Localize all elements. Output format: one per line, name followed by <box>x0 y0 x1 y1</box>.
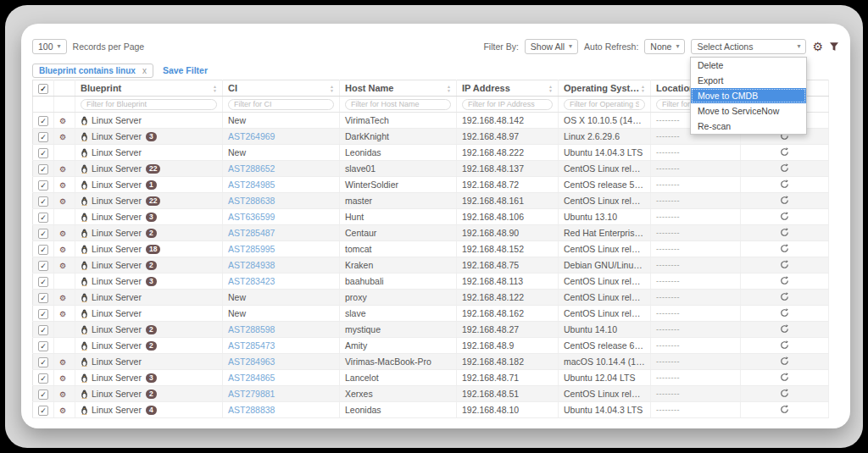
ip-address: 192.168.48.113 <box>457 273 559 290</box>
ci-link[interactable]: AST285473 <box>228 340 275 351</box>
table-row[interactable]: ⚙ Linux Server1 AST284985 WinterSoldier … <box>33 177 829 193</box>
menu-item-move-to-cmdb[interactable]: Move to CMDB <box>691 88 806 103</box>
column-header-operating-system[interactable]: Operating System <box>559 80 651 97</box>
table-row[interactable]: ⚙ Linux Server2 AST284938 Kraken 192.168… <box>33 257 829 273</box>
ci-link[interactable]: AST284865 <box>228 373 275 383</box>
menu-item-export[interactable]: Export <box>691 73 806 88</box>
rescan-icon[interactable] <box>780 147 789 157</box>
row-checkbox[interactable] <box>38 389 48 400</box>
rescan-icon[interactable] <box>780 228 789 237</box>
table-row[interactable]: ⚙ Linux Server2 AST285473 Amity 192.168.… <box>33 338 829 354</box>
table-row[interactable]: ⚙ Linux Server New slave 192.168.48.162 … <box>33 306 829 322</box>
filter-icon[interactable] <box>829 41 839 52</box>
row-checkbox[interactable] <box>38 164 48 174</box>
filter-input-host-name[interactable] <box>345 99 451 110</box>
table-row[interactable]: ⚙ Linux Server4 AST288838 Leonidas 192.1… <box>33 402 829 418</box>
row-checkbox[interactable] <box>38 373 48 384</box>
column-header-ip-address[interactable]: IP Address <box>457 80 559 97</box>
filter-input-ci[interactable] <box>228 99 334 110</box>
column-header-blueprint[interactable]: Blueprint <box>75 80 223 97</box>
rescan-icon[interactable] <box>780 163 789 173</box>
table-row[interactable]: ⚙ Linux Server New Leonidas 192.168.48.2… <box>33 145 829 161</box>
filter-input-operating-system[interactable] <box>564 99 645 110</box>
table-row[interactable]: ⚙ Linux Server2 AST279881 Xerxes 192.168… <box>33 386 829 402</box>
ci-link[interactable]: AST288652 <box>228 163 275 174</box>
row-checkbox[interactable] <box>38 325 48 335</box>
sort-icon[interactable] <box>213 85 217 93</box>
rescan-icon[interactable] <box>780 373 789 382</box>
save-filter-link[interactable]: Save Filter <box>163 65 208 75</box>
auto-refresh-select[interactable]: None ▾ <box>644 39 685 54</box>
table-row[interactable]: ⚙ Linux Server AST284963 Virimas-MacBook… <box>33 354 829 370</box>
filter-chip[interactable]: Blueprint contains linux x <box>32 64 153 78</box>
rescan-icon[interactable] <box>780 308 789 318</box>
row-checkbox[interactable] <box>38 357 48 367</box>
rescan-icon[interactable] <box>780 389 789 398</box>
table-row[interactable]: ⚙ Linux Server2 AST288598 mystique 192.1… <box>33 322 829 338</box>
rescan-icon[interactable] <box>780 244 789 253</box>
ip-address: 192.168.48.71 <box>457 370 559 386</box>
rescan-icon[interactable] <box>780 405 789 414</box>
rescan-icon[interactable] <box>780 212 789 221</box>
ci-link[interactable]: AST288838 <box>228 405 275 415</box>
ci-link[interactable]: AST288638 <box>228 196 275 206</box>
rescan-icon[interactable] <box>780 276 789 285</box>
filter-by-select[interactable]: Show All ▾ <box>525 39 578 54</box>
rescan-icon[interactable] <box>780 260 789 269</box>
auto-refresh-value: None <box>650 41 671 52</box>
menu-item-re-scan[interactable]: Re-scan <box>691 119 806 134</box>
table-row[interactable]: ⚙ Linux Server22 AST288638 master 192.16… <box>33 193 829 209</box>
rescan-icon[interactable] <box>780 340 789 350</box>
ci-link[interactable]: AST283423 <box>228 276 275 286</box>
records-per-page-select[interactable]: 100 ▾ <box>32 39 67 54</box>
row-checkbox[interactable] <box>38 196 48 207</box>
table-row[interactable]: ⚙ Linux Server18 AST285995 tomcat 192.16… <box>33 241 829 257</box>
table-row[interactable]: ⚙ Linux Server3 AST283423 baahubali 192.… <box>33 273 829 290</box>
filter-input-ip-address[interactable] <box>462 99 553 110</box>
row-checkbox[interactable] <box>38 341 48 351</box>
rescan-icon[interactable] <box>780 292 789 301</box>
rescan-icon[interactable] <box>780 356 789 366</box>
sort-icon[interactable] <box>548 85 553 93</box>
rescan-icon[interactable] <box>780 324 789 334</box>
ci-link[interactable]: AST285487 <box>228 228 275 238</box>
sort-icon[interactable] <box>447 85 451 93</box>
row-checkbox[interactable] <box>38 213 48 223</box>
table-row[interactable]: ⚙ Linux Server3 AST636599 Hunt 192.168.4… <box>33 209 829 225</box>
row-checkbox[interactable] <box>38 116 48 126</box>
row-checkbox[interactable] <box>38 309 48 319</box>
select-actions-dropdown[interactable]: Select Actions ▾ <box>691 39 806 54</box>
row-checkbox[interactable] <box>38 261 48 271</box>
table-row[interactable]: ⚙ Linux Server New proxy 192.168.48.122 … <box>33 290 829 306</box>
row-checkbox[interactable] <box>38 148 48 158</box>
column-header-host-name[interactable]: Host Name <box>340 80 457 97</box>
menu-item-delete[interactable]: Delete <box>691 58 806 73</box>
row-checkbox[interactable] <box>38 406 48 416</box>
ci-link[interactable]: AST284938 <box>228 260 275 270</box>
rescan-icon[interactable] <box>780 180 789 189</box>
rescan-icon[interactable] <box>780 196 789 205</box>
ci-link[interactable]: AST279881 <box>228 389 275 399</box>
ci-link[interactable]: AST288598 <box>228 324 275 334</box>
ci-link[interactable]: AST636599 <box>228 212 275 222</box>
table-row[interactable]: ⚙ Linux Server3 AST284865 Lancelot 192.1… <box>33 370 829 386</box>
row-checkbox[interactable] <box>38 229 48 239</box>
chip-close-icon[interactable]: x <box>142 66 147 75</box>
gear-icon[interactable]: ⚙ <box>812 41 823 52</box>
row-checkbox[interactable] <box>38 132 48 142</box>
column-header-ci[interactable]: CI <box>223 80 340 97</box>
sort-icon[interactable] <box>330 85 334 93</box>
select-all-checkbox[interactable] <box>38 84 48 94</box>
row-checkbox[interactable] <box>38 293 48 303</box>
row-checkbox[interactable] <box>38 277 48 287</box>
row-checkbox[interactable] <box>38 245 48 255</box>
ci-link[interactable]: AST284985 <box>228 180 275 190</box>
filter-input-blueprint[interactable] <box>81 99 217 110</box>
ci-link[interactable]: AST284963 <box>228 356 275 367</box>
ci-link[interactable]: AST285995 <box>228 244 275 254</box>
table-row[interactable]: ⚙ Linux Server2 AST285487 Centaur 192.16… <box>33 225 829 241</box>
menu-item-move-to-servicenow[interactable]: Move to ServiceNow <box>691 103 806 119</box>
table-row[interactable]: ⚙ Linux Server22 AST288652 slave01 192.1… <box>33 161 829 177</box>
ci-link[interactable]: AST264969 <box>228 131 275 141</box>
row-checkbox[interactable] <box>38 180 48 191</box>
